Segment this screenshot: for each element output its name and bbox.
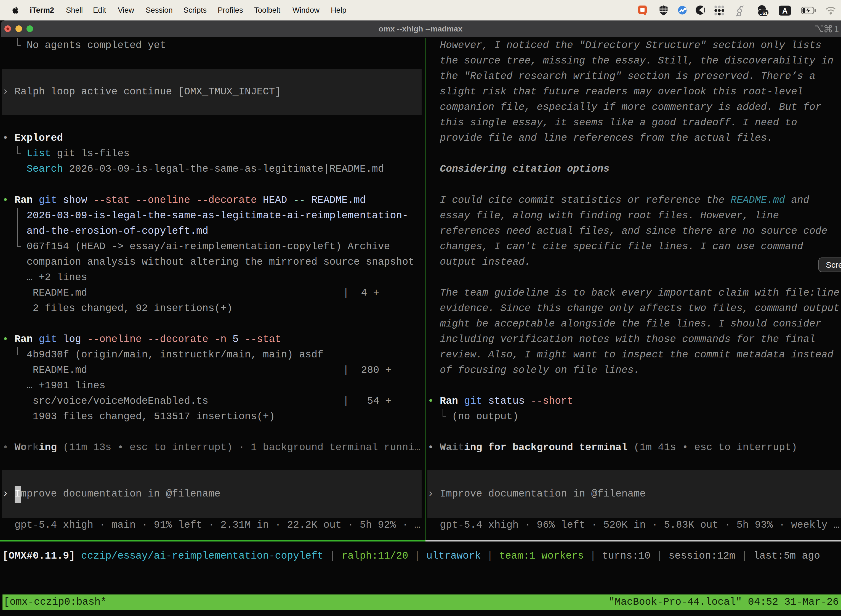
svg-text:..61: ..61 xyxy=(760,11,768,16)
svg-text:A: A xyxy=(782,7,787,15)
svg-text:1: 1 xyxy=(834,24,839,34)
